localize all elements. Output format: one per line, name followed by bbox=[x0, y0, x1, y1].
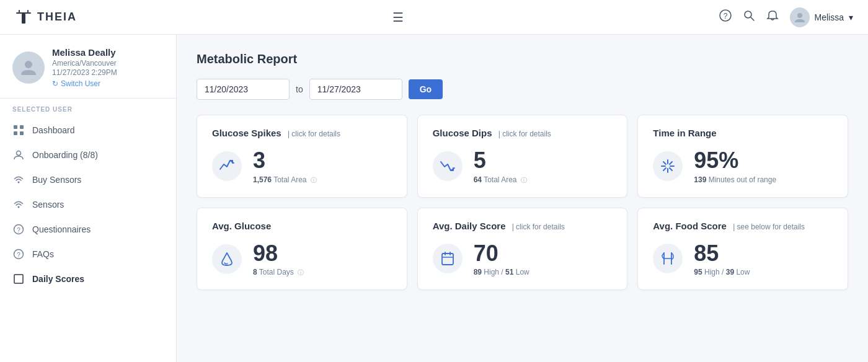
avg-daily-score-high: 89 bbox=[474, 268, 482, 276]
svg-line-28 bbox=[670, 162, 672, 164]
time-in-range-values: 95% 139 Minutes out of range bbox=[694, 148, 776, 184]
hamburger-icon[interactable]: ☰ bbox=[392, 10, 404, 25]
avg-food-score-values: 85 95 High / 39 Low bbox=[694, 241, 750, 277]
svg-point-6 bbox=[745, 11, 751, 18]
sidebar-item-daily-scores-label: Daily Scores bbox=[32, 274, 84, 284]
logo: THEIA bbox=[15, 9, 77, 26]
card-avg-food-score-body: 85 95 High / 39 Low bbox=[653, 241, 833, 277]
dashboard-icon bbox=[12, 124, 25, 136]
refresh-icon: ↻ bbox=[52, 79, 58, 88]
avg-daily-score-title: Avg. Daily Score bbox=[433, 221, 506, 231]
sidebar-user: Melissa Deally America/Vancouver 11/27/2… bbox=[0, 47, 176, 99]
user-menu[interactable]: Melissa ▾ bbox=[790, 7, 853, 27]
sidebar-item-dashboard-label: Dashboard bbox=[32, 125, 75, 135]
sidebar-avatar bbox=[12, 51, 45, 84]
avg-food-score-detail: | see below for details bbox=[733, 223, 805, 231]
sidebar-item-dashboard[interactable]: Dashboard bbox=[0, 118, 176, 143]
glucose-dips-sub-label: Total Area bbox=[484, 175, 516, 184]
avg-food-score-high: 95 bbox=[694, 268, 702, 276]
avg-food-score-icon bbox=[653, 244, 683, 273]
card-avg-daily-score[interactable]: Avg. Daily Score | click for details 70 bbox=[417, 208, 628, 291]
search-icon[interactable] bbox=[743, 9, 755, 25]
layout: Melissa Deally America/Vancouver 11/27/2… bbox=[0, 0, 868, 362]
card-glucose-dips[interactable]: Glucose Dips | click for details 5 64 To… bbox=[417, 115, 628, 198]
svg-rect-1 bbox=[22, 14, 25, 24]
date-to-input[interactable] bbox=[309, 79, 402, 100]
card-glucose-spikes[interactable]: Glucose Spikes | click for details 3 1,5… bbox=[197, 115, 407, 198]
sidebar-item-questionnaires[interactable]: ? Questionnaires bbox=[0, 217, 176, 242]
sidebar: Melissa Deally America/Vancouver 11/27/2… bbox=[0, 35, 177, 362]
svg-rect-2 bbox=[19, 10, 20, 12]
avg-daily-score-icon bbox=[433, 244, 463, 273]
svg-line-29 bbox=[663, 168, 666, 170]
switch-user-label: Switch User bbox=[61, 79, 100, 88]
svg-point-8 bbox=[797, 13, 802, 18]
sidebar-user-timezone: America/Vancouver bbox=[52, 59, 117, 68]
page-title: Metabolic Report bbox=[197, 52, 848, 66]
sidebar-item-daily-scores[interactable]: Daily Scores bbox=[0, 267, 176, 291]
svg-point-14 bbox=[17, 151, 21, 156]
sidebar-item-sensors[interactable]: Sensors bbox=[0, 192, 176, 217]
sidebar-item-onboarding[interactable]: Onboarding (8/8) bbox=[0, 143, 176, 167]
date-from-input[interactable] bbox=[197, 79, 290, 100]
daily-scores-icon bbox=[12, 273, 25, 285]
svg-rect-21 bbox=[14, 275, 23, 283]
sidebar-item-buy-sensors[interactable]: Buy Sensors bbox=[0, 167, 176, 192]
topnav-right: ? Melissa ▾ bbox=[719, 7, 853, 27]
avg-glucose-sub-value: 8 bbox=[253, 268, 257, 276]
sidebar-item-faqs[interactable]: ? FAQs bbox=[0, 242, 176, 267]
wifi-icon-buy bbox=[12, 174, 25, 186]
time-in-range-value: 95% bbox=[694, 148, 776, 173]
card-glucose-spikes-header: Glucose Spikes | click for details bbox=[212, 128, 392, 138]
time-in-range-icon bbox=[653, 151, 683, 181]
avg-glucose-values: 98 8 Total Days ⓘ bbox=[253, 241, 304, 278]
date-range: to Go bbox=[197, 79, 848, 100]
switch-user-button[interactable]: ↻ Switch User bbox=[52, 79, 117, 88]
sidebar-item-questionnaires-label: Questionnaires bbox=[32, 224, 91, 234]
info-icon-dips: ⓘ bbox=[521, 177, 527, 183]
avatar bbox=[790, 7, 810, 27]
glucose-dips-value: 5 bbox=[474, 148, 527, 173]
svg-text:?: ? bbox=[17, 252, 20, 258]
svg-rect-3 bbox=[27, 10, 29, 12]
help-icon[interactable]: ? bbox=[719, 9, 732, 25]
card-avg-glucose-header: Avg. Glucose bbox=[212, 221, 392, 231]
glucose-spikes-sub-value: 1,576 bbox=[253, 175, 272, 184]
user-dropdown-icon: ▾ bbox=[849, 12, 853, 22]
glucose-spikes-icon bbox=[212, 151, 242, 181]
avg-glucose-icon bbox=[212, 244, 242, 274]
card-avg-daily-score-body: 70 89 High / 51 Low bbox=[433, 241, 613, 277]
glucose-dips-sub: 64 Total Area ⓘ bbox=[474, 175, 527, 185]
card-avg-food-score-header: Avg. Food Score | see below for details bbox=[653, 221, 833, 231]
go-button[interactable]: Go bbox=[409, 79, 443, 99]
avg-daily-score-value: 70 bbox=[474, 241, 529, 266]
glucose-spikes-sub: 1,576 Total Area ⓘ bbox=[253, 175, 317, 185]
date-to-label: to bbox=[296, 84, 303, 94]
glucose-dips-title: Glucose Dips bbox=[433, 128, 492, 138]
time-in-range-title: Time in Range bbox=[653, 128, 716, 138]
svg-rect-30 bbox=[442, 254, 453, 265]
sidebar-item-onboarding-label: Onboarding (8/8) bbox=[32, 150, 98, 160]
svg-text:?: ? bbox=[17, 227, 20, 234]
topnav: THEIA ☰ ? Melissa ▾ bbox=[0, 0, 868, 35]
sidebar-user-datetime: 11/27/2023 2:29PM bbox=[52, 68, 117, 77]
sidebar-user-info: Melissa Deally America/Vancouver 11/27/2… bbox=[52, 47, 117, 88]
info-icon: ⓘ bbox=[311, 177, 317, 183]
info-icon-glucose: ⓘ bbox=[298, 269, 304, 276]
glucose-dips-detail: | click for details bbox=[498, 130, 551, 138]
person-icon bbox=[12, 149, 25, 161]
avg-food-score-title: Avg. Food Score bbox=[653, 221, 727, 231]
faq-icon: ? bbox=[12, 248, 25, 260]
sidebar-section-label: SELECTED USER bbox=[0, 106, 176, 118]
notification-icon[interactable] bbox=[766, 9, 779, 25]
glucose-spikes-detail: | click for details bbox=[288, 130, 340, 138]
card-glucose-dips-body: 5 64 Total Area ⓘ bbox=[433, 148, 613, 185]
glucose-spikes-sub-label: Total Area bbox=[273, 175, 306, 184]
avg-glucose-value: 98 bbox=[253, 241, 304, 266]
avg-daily-score-low-label: Low bbox=[516, 268, 529, 276]
card-glucose-spikes-body: 3 1,576 Total Area ⓘ bbox=[212, 148, 392, 185]
card-glucose-dips-header: Glucose Dips | click for details bbox=[433, 128, 613, 138]
avg-food-score-sub: 95 High / 39 Low bbox=[694, 268, 750, 276]
sidebar-user-name: Melissa Deally bbox=[52, 47, 117, 58]
avg-glucose-sub: 8 Total Days ⓘ bbox=[253, 268, 304, 277]
